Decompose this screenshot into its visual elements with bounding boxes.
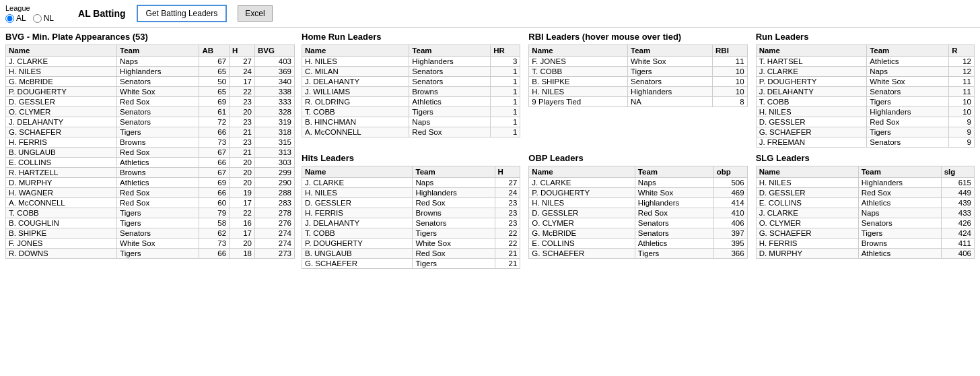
table-cell: White Sox <box>867 77 949 87</box>
get-batting-leaders-button[interactable]: Get Batting Leaders <box>137 5 228 22</box>
table-cell: 79 <box>199 208 230 218</box>
table-cell: 290 <box>254 178 294 188</box>
table-cell: 1 <box>491 127 520 137</box>
table-cell: Naps <box>858 208 941 218</box>
table-row: R. HARTZELLBrowns6720299 <box>6 168 295 178</box>
run-tbody: T. HARTSELAthletics12J. CLARKENaps12P. D… <box>756 57 974 148</box>
table-row: D. MURPHYAthletics406 <box>756 249 974 259</box>
table-row: R. OLDRINGAthletics1 <box>302 97 520 107</box>
hr-col-hr: HR <box>491 45 520 57</box>
table-cell: G. SCHAEFER <box>302 259 413 269</box>
bvg-title: BVG - Min. Plate Appearances (53) <box>5 32 295 42</box>
table-row: G. SCHAEFERTigers6621318 <box>6 127 295 137</box>
table-cell: 274 <box>254 228 294 239</box>
table-cell: T. COBB <box>302 107 409 117</box>
table-row: O. CLYMERSenators426 <box>756 218 974 228</box>
table-cell: 23 <box>230 117 255 127</box>
table-cell: D. GESSLER <box>529 208 635 218</box>
table-cell: 11 <box>713 57 748 67</box>
table-cell: 340 <box>254 77 294 87</box>
table-cell: 313 <box>254 148 294 158</box>
table-row: H. NILESHighlanders414 <box>529 198 747 208</box>
table-cell: 16 <box>230 218 255 228</box>
table-row: B. COUGHLINTigers5816276 <box>6 218 295 228</box>
table-cell: 67 <box>199 57 230 67</box>
table-row: J. FREEMANSenators9 <box>756 137 974 148</box>
table-cell: Senators <box>635 228 713 239</box>
table-cell: 615 <box>941 178 974 188</box>
bvg-col-h: H <box>230 45 255 57</box>
table-cell: Senators <box>117 117 199 127</box>
table-cell: 50 <box>199 77 230 87</box>
table-cell: C. MILAN <box>302 67 409 77</box>
table-cell: Browns <box>413 208 495 218</box>
table-cell: 1 <box>491 107 520 117</box>
slg-panel: SLG Leaders Name Team slg H. NILESHighla… <box>756 153 975 269</box>
table-cell: P. DOUGHERTY <box>529 188 635 198</box>
table-cell: T. COBB <box>529 67 628 77</box>
run-col-r: R <box>949 45 975 57</box>
table-cell: 9 <box>949 127 975 137</box>
al-radio-label[interactable]: AL <box>5 13 26 23</box>
table-row: H. NILESHighlanders10 <box>756 107 974 117</box>
table-cell: J. DELAHANTY <box>302 77 409 87</box>
table-cell: 403 <box>254 57 294 67</box>
table-cell: 9 Players Tied <box>529 97 628 107</box>
table-row: D. GESSLERRed Sox6923333 <box>6 97 295 107</box>
table-cell: 21 <box>495 249 520 259</box>
table-cell: E. COLLINS <box>756 198 858 208</box>
table-cell: G. SCHAEFER <box>756 127 867 137</box>
table-row: P. DOUGHERTYWhite Sox6522338 <box>6 87 295 97</box>
run-col-name: Name <box>756 45 867 57</box>
table-row: J. CLARKENaps12 <box>756 67 974 77</box>
table-cell: 414 <box>713 198 747 208</box>
table-cell: 27 <box>230 57 255 67</box>
table-row: B. UNGLAUBRed Sox21 <box>302 249 520 259</box>
nl-radio-label[interactable]: NL <box>33 13 54 23</box>
nl-radio[interactable] <box>33 14 42 23</box>
table-cell: Highlanders <box>867 107 949 117</box>
table-cell: Red Sox <box>867 117 949 127</box>
al-radio[interactable] <box>5 14 14 23</box>
right-panels: Home Run Leaders Name Team HR H. NILESHi… <box>302 32 975 269</box>
table-cell: 72 <box>199 117 230 127</box>
table-cell: T. COBB <box>756 97 867 107</box>
table-cell: Senators <box>635 218 713 228</box>
hr-title: Home Run Leaders <box>302 32 520 42</box>
table-cell: Senators <box>867 87 949 97</box>
hits-col-name: Name <box>302 166 413 178</box>
rbi-col-rbi: RBI <box>713 45 748 57</box>
hits-col-team: Team <box>413 166 495 178</box>
hr-header: Name Team HR <box>302 45 520 57</box>
hits-tbody: J. CLARKENaps27H. NILESHighlanders24D. G… <box>302 178 520 269</box>
table-row: C. MILANSenators1 <box>302 67 520 77</box>
table-cell: 274 <box>254 239 294 249</box>
slg-col-team: Team <box>858 166 941 178</box>
table-cell: Naps <box>867 67 949 77</box>
table-row: J. DELAHANTYSenators23 <box>302 218 520 228</box>
table-row: J. CLARKENaps506 <box>529 178 747 188</box>
table-cell: B. COUGHLIN <box>6 218 117 228</box>
table-cell: Red Sox <box>117 188 199 198</box>
table-cell: 426 <box>941 218 974 228</box>
bvg-col-ab: AB <box>199 45 230 57</box>
table-cell: 22 <box>230 87 255 97</box>
table-cell: H. FERRIS <box>756 239 858 249</box>
table-row: H. WAGNERRed Sox6619288 <box>6 188 295 198</box>
table-cell: 303 <box>254 158 294 168</box>
rbi-tbody: F. JONESWhite Sox11T. COBBTigers10B. SHI… <box>529 57 747 107</box>
table-cell: J. CLARKE <box>756 67 867 77</box>
table-cell: 22 <box>230 208 255 218</box>
table-cell: D. MURPHY <box>6 178 117 188</box>
table-cell: Tigers <box>413 259 495 269</box>
table-cell: D. GESSLER <box>756 117 867 127</box>
excel-button[interactable]: Excel <box>238 5 272 22</box>
table-cell: J. WILLIAMS <box>302 87 409 97</box>
bvg-col-team: Team <box>117 45 199 57</box>
table-cell: Tigers <box>117 127 199 137</box>
table-cell: 11 <box>949 87 975 97</box>
table-cell: 22 <box>495 228 520 239</box>
table-cell: T. COBB <box>302 228 413 239</box>
table-cell: H. FERRIS <box>302 208 413 218</box>
table-cell: G. McBRIDE <box>529 228 635 239</box>
